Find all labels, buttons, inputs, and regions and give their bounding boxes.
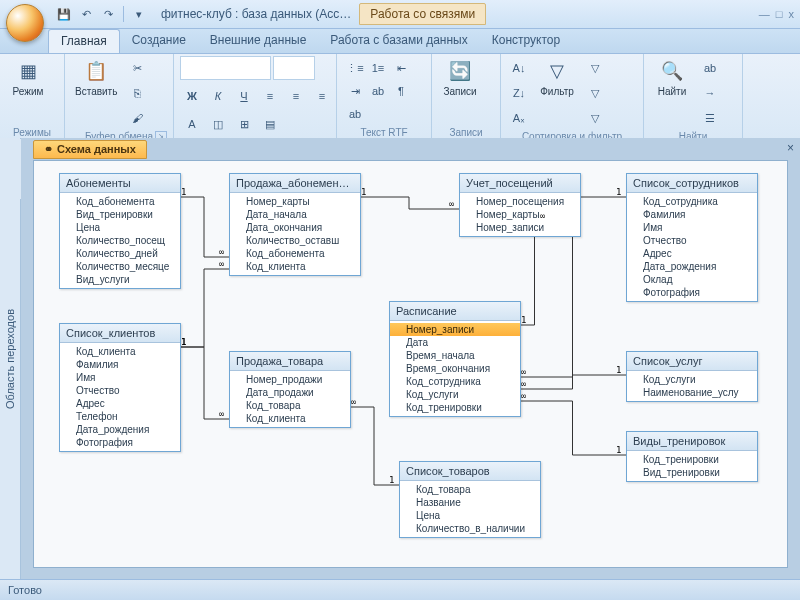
table-field[interactable]: Номер_записи (390, 323, 520, 336)
align-center-icon[interactable]: ≡ (284, 84, 308, 108)
tab-главная[interactable]: Главная (48, 29, 120, 53)
table-field[interactable]: Код_клиента (60, 345, 180, 358)
table-sale_ab[interactable]: Продажа_абонемен…Номер_картыДата_началаД… (229, 173, 361, 276)
table-field[interactable]: Вид_тренировки (627, 466, 757, 479)
sort-asc-icon[interactable]: A↓ (507, 56, 531, 80)
underline-button[interactable]: Ч (232, 84, 256, 108)
table-field[interactable]: Номер_посещения (460, 195, 580, 208)
copy-icon[interactable]: ⎘ (125, 81, 149, 105)
table-field[interactable]: Код_товара (230, 399, 350, 412)
indent-dec-icon[interactable]: ⇤ (389, 56, 413, 80)
tab-внешние данные[interactable]: Внешние данные (198, 29, 319, 53)
table-field[interactable]: Телефон (60, 410, 180, 423)
font-name-combo[interactable] (180, 56, 271, 80)
view-button[interactable]: ▦Режим (6, 56, 50, 99)
table-field[interactable]: Оклад (627, 273, 757, 286)
table-field[interactable]: Код_услуги (390, 388, 520, 401)
indent-inc-icon[interactable]: ⇥ (343, 79, 367, 103)
table-title[interactable]: Список_товаров (400, 462, 540, 481)
table-visits[interactable]: Учет_посещенийНомер_посещенияНомер_карты… (459, 173, 581, 237)
table-field[interactable]: Цена (60, 221, 180, 234)
table-field[interactable]: Номер_продажи (230, 373, 350, 386)
table-field[interactable]: Вид_услуги (60, 273, 180, 286)
maximize-icon[interactable]: □ (776, 8, 783, 20)
table-field[interactable]: Код_клиента (230, 260, 360, 273)
table-field[interactable]: Дата_продажи (230, 386, 350, 399)
select-icon[interactable]: ☰ (698, 106, 722, 130)
table-field[interactable]: Название (400, 496, 540, 509)
table-field[interactable]: Вид_тренировки (60, 208, 180, 221)
number-list-icon[interactable]: 1≡ (366, 56, 390, 80)
filter-button[interactable]: ▽Фильтр (535, 56, 579, 99)
table-field[interactable]: Имя (627, 221, 757, 234)
goto-icon[interactable]: → (698, 81, 722, 105)
paste-button[interactable]: 📋Вставить (71, 56, 121, 99)
table-field[interactable]: Адрес (627, 247, 757, 260)
table-field[interactable]: Фамилия (60, 358, 180, 371)
table-field[interactable]: Дата_рождения (60, 423, 180, 436)
table-field[interactable]: Количество_посещ (60, 234, 180, 247)
table-field[interactable]: Дата_рождения (627, 260, 757, 273)
font-size-combo[interactable] (273, 56, 315, 80)
replace-icon[interactable]: ab (698, 56, 722, 80)
selection-filter-icon[interactable]: ▽ (583, 56, 607, 80)
fill-color-icon[interactable]: ◫ (206, 112, 230, 136)
gridlines-icon[interactable]: ⊞ (232, 112, 256, 136)
relationship-canvas[interactable]: АбонементыКод_абонементаВид_тренировкиЦе… (33, 160, 788, 568)
table-field[interactable]: Имя (60, 371, 180, 384)
table-title[interactable]: Виды_тренировок (627, 432, 757, 451)
table-clients[interactable]: Список_клиентовКод_клиентаФамилияИмяОтче… (59, 323, 181, 452)
table-field[interactable]: Код_товара (400, 483, 540, 496)
table-field[interactable]: Код_клиента (230, 412, 350, 425)
font-color-icon[interactable]: A (180, 112, 204, 136)
table-field[interactable]: Время_окончания (390, 362, 520, 375)
table-title[interactable]: Список_клиентов (60, 324, 180, 343)
table-field[interactable]: Цена (400, 509, 540, 522)
tab-конструктор[interactable]: Конструктор (480, 29, 572, 53)
table-staff[interactable]: Список_сотрудниковКод_сотрудникаФамилияИ… (626, 173, 758, 302)
table-field[interactable]: Время_начала (390, 349, 520, 362)
table-field[interactable]: Количество_дней (60, 247, 180, 260)
undo-icon[interactable]: ↶ (76, 4, 96, 24)
table-field[interactable]: Код_сотрудника (390, 375, 520, 388)
table-field[interactable]: Наименование_услу (627, 386, 757, 399)
records-button[interactable]: 🔄Записи (438, 56, 482, 99)
table-field[interactable]: Количество_месяце (60, 260, 180, 273)
table-title[interactable]: Список_услуг (627, 352, 757, 371)
cut-icon[interactable]: ✂ (125, 56, 149, 80)
clear-sort-icon[interactable]: Aₓ (507, 106, 531, 130)
save-icon[interactable]: 💾 (54, 4, 74, 24)
rtl-icon[interactable]: ¶ (389, 79, 413, 103)
toggle-filter-icon[interactable]: ▽ (583, 106, 607, 130)
table-title[interactable]: Учет_посещений (460, 174, 580, 193)
table-field[interactable]: Дата (390, 336, 520, 349)
format-painter-icon[interactable]: 🖌 (125, 106, 149, 130)
table-field[interactable]: Фотография (60, 436, 180, 449)
table-field[interactable]: Количество_в_наличии (400, 522, 540, 535)
tab-работа с базами данных[interactable]: Работа с базами данных (318, 29, 479, 53)
alt-row-icon[interactable]: ▤ (258, 112, 282, 136)
bold-button[interactable]: Ж (180, 84, 204, 108)
table-title[interactable]: Расписание (390, 302, 520, 321)
table-field[interactable]: Количество_оставш (230, 234, 360, 247)
table-field[interactable]: Код_тренировки (627, 453, 757, 466)
table-field[interactable]: Отчество (627, 234, 757, 247)
table-sale_goods[interactable]: Продажа_товараНомер_продажиДата_продажиК… (229, 351, 351, 428)
table-field[interactable]: Код_тренировки (390, 401, 520, 414)
table-field[interactable]: Адрес (60, 397, 180, 410)
advanced-filter-icon[interactable]: ▽ (583, 81, 607, 105)
document-close-icon[interactable]: × (787, 141, 794, 155)
table-goods[interactable]: Список_товаровКод_товараНазваниеЦенаКоли… (399, 461, 541, 538)
table-field[interactable]: Отчество (60, 384, 180, 397)
close-icon[interactable]: x (789, 8, 795, 20)
table-title[interactable]: Список_сотрудников (627, 174, 757, 193)
table-field[interactable]: Фотография (627, 286, 757, 299)
ltr-icon[interactable]: ab (366, 79, 390, 103)
table-field[interactable]: Код_абонемента (60, 195, 180, 208)
bullet-list-icon[interactable]: ⋮≡ (343, 56, 367, 80)
table-title[interactable]: Продажа_абонемен… (230, 174, 360, 193)
context-tab-relationships[interactable]: Работа со связями (359, 3, 486, 25)
table-field[interactable]: Код_абонемента (230, 247, 360, 260)
table-field[interactable]: Дата_окончания (230, 221, 360, 234)
tab-создание[interactable]: Создание (120, 29, 198, 53)
